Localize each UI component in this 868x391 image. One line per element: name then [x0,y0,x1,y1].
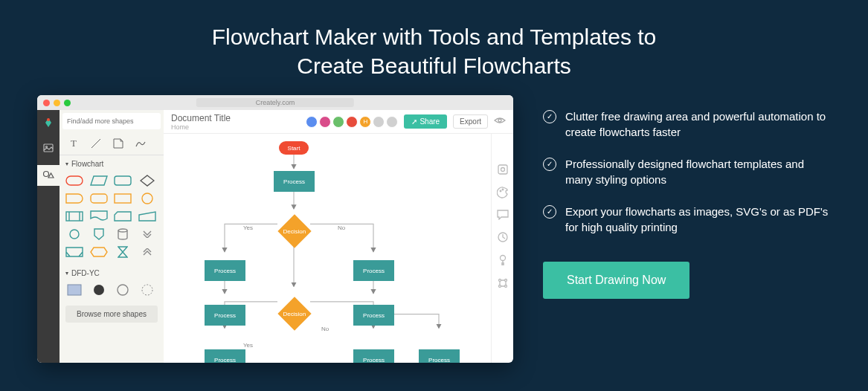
line-tool[interactable] [88,135,104,152]
card-shape[interactable] [114,210,132,223]
delay-shape[interactable] [65,192,83,205]
title-bar: Creately.com [37,95,513,110]
yes-label: Yes [242,224,254,231]
process-node[interactable]: Process [274,171,315,192]
group-flowchart[interactable]: Flowchart [60,155,164,172]
process-node[interactable]: Process [353,305,394,326]
svg-point-17 [118,285,128,295]
data-shape[interactable] [90,174,108,187]
database-shape[interactable] [114,227,132,241]
process-node[interactable]: Process [353,260,394,281]
process-node[interactable]: Process [205,349,245,363]
dfd-circle-dark[interactable] [90,283,108,297]
dfd-dash-circle[interactable] [138,283,156,297]
browse-shapes-button[interactable]: Browse more shapes [65,306,158,323]
close-dot[interactable] [43,100,50,106]
logo-icon[interactable] [40,114,57,131]
history-icon[interactable] [497,231,509,245]
share-icon: ➚ [411,117,417,126]
svg-point-32 [504,279,507,282]
note-tool[interactable] [110,135,126,152]
features-list: ✓ Clutter free drawing area and powerful… [543,95,831,299]
start-node[interactable]: Start [279,141,309,155]
collaborator-avatars[interactable]: H [306,116,398,128]
check-icon: ✓ [543,110,556,123]
chevron-up-icon[interactable] [138,245,156,259]
shapes-icon[interactable] [37,165,60,186]
comment-icon[interactable] [497,210,509,222]
terminator-shape[interactable] [65,174,83,187]
maximize-dot[interactable] [64,100,71,106]
process-node[interactable]: Process [353,349,394,363]
circle-shape[interactable] [138,192,156,205]
freehand-tool[interactable] [132,135,149,152]
key-icon[interactable] [498,254,508,268]
canvas[interactable]: Start Process Decision Yes No Process Pr… [164,134,491,363]
connector-shape[interactable] [65,227,83,241]
palette-icon[interactable] [497,187,509,201]
process-node[interactable]: Process [205,305,245,326]
flowchart-grid [60,172,164,265]
avatar[interactable] [319,116,331,128]
visibility-icon[interactable] [494,116,506,127]
svg-point-19 [498,119,501,122]
svg-point-31 [498,279,501,282]
grid-icon[interactable] [497,277,509,291]
avatar[interactable] [306,116,318,128]
check-icon: ✓ [543,205,556,219]
yes-label: Yes [242,342,254,349]
export-button[interactable]: Export [453,114,488,129]
collate-shape[interactable] [114,245,132,259]
decision-node[interactable]: Decision [277,297,311,330]
canvas-header: Document Title Home H ➚Share Export [164,110,513,134]
svg-point-0 [47,118,50,121]
breadcrumb[interactable]: Home [171,123,300,131]
share-button[interactable]: ➚Share [404,114,447,129]
offpage-shape[interactable] [90,227,108,241]
hexagon-shape[interactable] [90,245,108,259]
avatar[interactable] [373,116,385,128]
svg-point-34 [504,285,507,288]
svg-point-14 [118,229,127,232]
process-node[interactable]: Process [205,260,245,281]
display-shape[interactable] [65,245,83,259]
chevron-down-icon[interactable] [138,227,156,241]
group-dfd[interactable]: DFD-YC [60,265,164,282]
image-icon[interactable] [40,140,57,156]
decision-shape[interactable] [138,174,156,187]
svg-point-30 [500,256,505,261]
doc-shape[interactable] [90,210,108,223]
subprocess-shape[interactable] [65,210,83,223]
no-label: No [336,224,347,231]
rect-shape[interactable] [114,192,132,205]
svg-point-27 [500,190,501,192]
search-input[interactable] [62,113,161,129]
shapes-panel: T Flowchart [60,110,164,363]
start-drawing-button[interactable]: Start Drawing Now [543,262,689,299]
process-shape[interactable] [114,174,132,187]
svg-rect-25 [498,165,507,174]
dfd-circle[interactable] [114,283,132,297]
input-shape[interactable] [138,210,156,223]
decision-node[interactable]: Decision [277,214,311,248]
svg-rect-6 [115,176,131,185]
tool-row: T [60,132,164,155]
hero-title: Flowchart Maker with Tools and Templates… [0,0,868,95]
avatar[interactable] [332,116,344,128]
avatar[interactable] [386,116,398,128]
svg-rect-8 [115,194,131,203]
doc-title[interactable]: Document Title [171,113,300,123]
address-bar: Creately.com [196,98,354,107]
svg-rect-15 [68,285,81,295]
minimize-dot[interactable] [54,100,60,106]
feature-item: ✓ Export your flowcharts as images, SVG'… [543,204,831,235]
dfd-rect[interactable] [65,283,83,297]
text-tool[interactable]: T [65,135,82,152]
alt-process-shape[interactable] [90,192,108,205]
settings-icon[interactable] [497,164,509,178]
avatar[interactable]: H [359,116,371,128]
right-tool-rail [491,134,513,363]
svg-point-18 [142,285,152,295]
process-node[interactable]: Process [419,349,460,363]
avatar[interactable] [346,116,358,128]
